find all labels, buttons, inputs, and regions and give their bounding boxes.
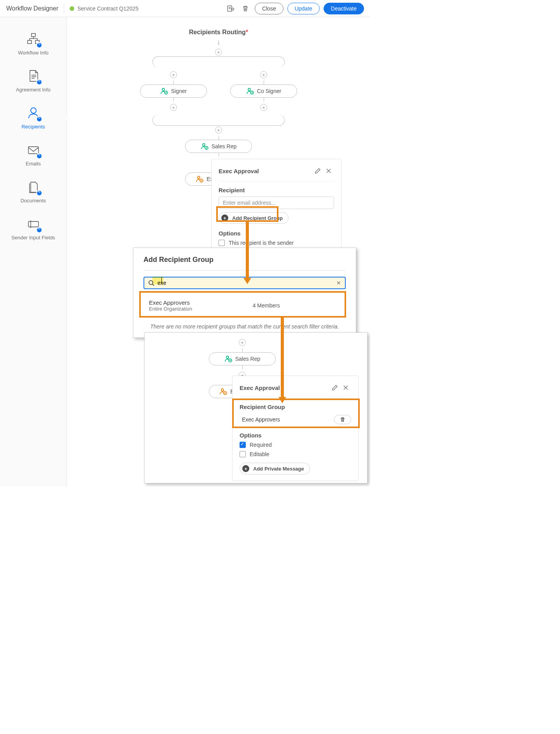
pencil-icon[interactable] (329, 382, 340, 393)
add-node-button[interactable]: + (260, 104, 267, 111)
recipient-node-cosigner[interactable]: Co Signer (230, 84, 297, 98)
person-check-icon (224, 355, 232, 363)
update-button[interactable]: Update (287, 3, 320, 14)
add-recipient-group-dialog: Add Recipient Group ✕ Exec Approvers Ent… (133, 248, 356, 338)
options-label: Options (219, 230, 334, 237)
documents-icon (25, 179, 42, 195)
svg-point-20 (248, 88, 250, 91)
sidebar-item-label: Emails (26, 161, 41, 167)
app-title: Workflow Designer (6, 5, 58, 12)
result-org: Entire Organization (149, 306, 192, 312)
form-icon[interactable] (225, 3, 236, 14)
remove-group-button[interactable] (334, 415, 351, 424)
person-check-icon (201, 142, 208, 150)
plus-circle-icon: + (221, 214, 228, 221)
add-recipient-group-button[interactable]: + Add Recipient Group (219, 212, 289, 224)
sidebar-item-emails[interactable]: Emails (0, 136, 66, 173)
panel-title: Exec Approval (219, 168, 312, 174)
node-label: Co Signer (257, 88, 281, 94)
person-check-icon (246, 87, 254, 95)
add-node-button[interactable]: + (215, 49, 222, 56)
sidebar-item-label: Agreement Info (16, 87, 51, 93)
sidebar: Workflow Info Agreement Info Recipients … (0, 17, 67, 486)
sidebar-item-documents[interactable]: Documents (0, 173, 66, 210)
add-msg-label: Add Private Message (253, 466, 304, 472)
node-label: Signer (171, 88, 187, 94)
status-dot-icon (70, 6, 74, 11)
workflow-info-icon (25, 31, 42, 47)
result-members: 4 Members (192, 302, 340, 309)
header: Workflow Designer Service Contract Q1202… (0, 0, 370, 17)
separator (64, 4, 64, 13)
add-group-label: Add Recipient Group (232, 215, 283, 221)
pencil-icon[interactable] (312, 165, 323, 176)
node-label: Sales Rep (212, 143, 237, 149)
sidebar-item-label: Sender Input Fields (11, 235, 55, 241)
recipient-label: Recipient (219, 187, 334, 193)
sidebar-item-recipients[interactable]: Recipients (0, 99, 66, 136)
add-node-button[interactable]: + (260, 71, 267, 78)
callout-arrow (246, 222, 249, 279)
sidebar-item-label: Documents (21, 198, 46, 204)
workflow-name: Service Contract Q12025 (77, 5, 138, 12)
trash-icon[interactable] (240, 3, 251, 14)
search-result-row[interactable]: Exec Approvers Entire Organization 4 Mem… (144, 295, 346, 316)
svg-point-24 (198, 176, 200, 179)
agreement-info-icon (25, 68, 42, 84)
recipients-icon (25, 105, 42, 121)
recipient-group-panel: Exec Approval Recipient Group Exec Appro… (232, 376, 359, 481)
svg-rect-16 (28, 221, 38, 227)
recipient-group-label: Recipient Group (240, 404, 351, 410)
checkbox-editable[interactable] (240, 451, 246, 457)
panel-title: Exec Approval (240, 385, 329, 391)
svg-rect-4 (32, 33, 35, 37)
opt-sender-label: This recipient is the sender (229, 240, 294, 246)
close-icon[interactable] (323, 165, 334, 176)
arrow-down-icon: ↓ (217, 38, 220, 46)
no-more-results: There are no more recipient groups that … (144, 323, 346, 330)
sidebar-item-sender-input[interactable]: Sender Input Fields (0, 210, 66, 247)
clear-icon[interactable]: ✕ (336, 280, 341, 286)
close-icon[interactable] (340, 382, 351, 393)
plus-circle-icon: + (242, 465, 249, 472)
options-label: Options (240, 432, 351, 439)
routing-title: Recipients Routing* (67, 29, 370, 36)
recipient-panel: Exec Approval Recipient + Add Recipient … (211, 159, 341, 253)
checkbox-required[interactable] (240, 442, 246, 448)
add-node-button[interactable]: + (170, 104, 177, 111)
add-node-button[interactable]: + (239, 339, 246, 346)
add-private-message-button[interactable]: + Add Private Message (240, 463, 310, 474)
callout-arrow (281, 318, 284, 398)
person-check-icon (196, 175, 203, 183)
add-node-button[interactable]: + (170, 71, 177, 78)
recipient-node-salesrep[interactable]: Sales Rep (209, 352, 276, 365)
svg-point-22 (203, 144, 205, 146)
result-name: Exec Approvers (149, 299, 192, 306)
sidebar-item-label: Recipients (21, 124, 45, 130)
svg-point-14 (31, 108, 36, 113)
checkbox-sender[interactable] (219, 240, 225, 246)
sidebar-item-workflow-info[interactable]: Workflow Info (0, 25, 66, 62)
person-check-icon (160, 87, 168, 95)
sidebar-item-label: Workflow Info (18, 50, 49, 56)
dialog-title: Add Recipient Group (144, 256, 346, 270)
sender-input-icon (25, 216, 42, 232)
svg-point-32 (221, 389, 224, 391)
text-cursor (161, 277, 162, 284)
callout-arrowhead (278, 397, 286, 403)
deactivate-button[interactable]: Deactivate (324, 3, 364, 14)
svg-rect-5 (28, 40, 32, 44)
svg-point-30 (226, 356, 229, 358)
group-chip-name: Exec Approvers (240, 416, 280, 423)
callout-arrowhead (243, 278, 251, 284)
add-node-button[interactable]: + (215, 126, 222, 133)
recipient-email-input[interactable] (219, 197, 334, 209)
svg-point-18 (162, 88, 164, 91)
recipient-node-salesrep[interactable]: Sales Rep (185, 140, 252, 153)
result-state-overlay: + Sales Rep + Exec Approval + Exec Appro… (144, 332, 368, 483)
node-label: Sales Rep (235, 356, 261, 362)
recipient-node-signer[interactable]: Signer (140, 84, 207, 98)
close-button[interactable]: Close (255, 3, 284, 14)
emails-icon (25, 142, 42, 158)
sidebar-item-agreement-info[interactable]: Agreement Info (0, 62, 66, 99)
